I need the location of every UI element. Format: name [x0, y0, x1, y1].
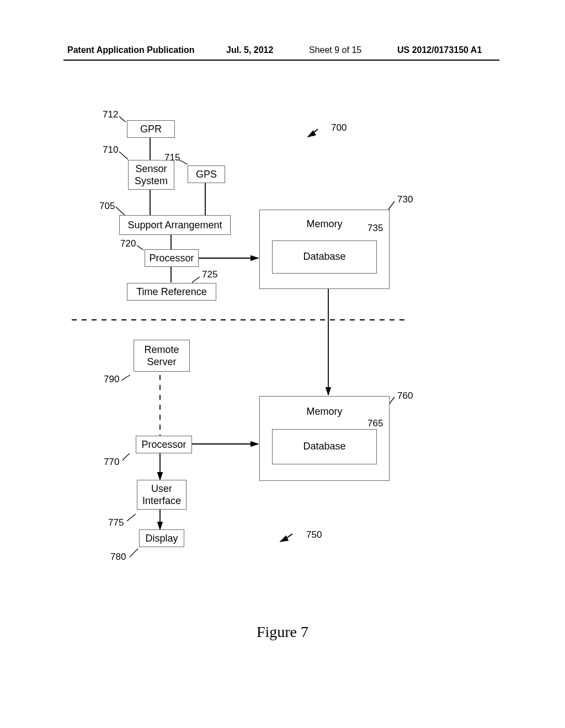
- label-790: 790: [104, 374, 119, 385]
- box-display: Display: [139, 529, 184, 547]
- label-712: 712: [103, 109, 118, 120]
- box-time-reference: Time Reference: [127, 283, 216, 301]
- box-gpr: GPR: [127, 120, 175, 138]
- label-750: 750: [306, 529, 322, 540]
- label-780: 780: [110, 552, 126, 563]
- label-770: 770: [104, 457, 119, 468]
- box-database-top: Database: [272, 240, 377, 274]
- box-sensor-system: Sensor System: [128, 160, 174, 190]
- box-database-bottom: Database: [272, 429, 377, 464]
- figure-caption: Figure 7: [0, 623, 565, 641]
- box-remote-server: Remote Server: [134, 340, 190, 372]
- label-775: 775: [108, 517, 124, 528]
- label-705: 705: [99, 201, 115, 212]
- diagram-canvas: GPR Sensor System GPS Support Arrangemen…: [0, 0, 565, 728]
- box-processor-top: Processor: [145, 249, 199, 267]
- connectors-svg: [0, 0, 565, 728]
- label-765: 765: [367, 418, 383, 429]
- label-715: 715: [164, 152, 180, 163]
- label-710: 710: [103, 144, 118, 156]
- label-700: 700: [331, 122, 347, 133]
- memory-bottom-label: Memory: [260, 405, 389, 418]
- box-user-interface: User Interface: [137, 480, 186, 510]
- box-memory-top: Memory Database: [259, 210, 390, 289]
- box-memory-bottom: Memory Database: [259, 396, 390, 481]
- box-support-arrangement: Support Arrangement: [119, 215, 231, 235]
- label-735: 735: [367, 223, 383, 234]
- box-processor-bottom: Processor: [136, 436, 192, 453]
- label-720: 720: [120, 238, 136, 249]
- label-760: 760: [397, 390, 413, 402]
- label-725: 725: [202, 269, 217, 280]
- box-gps: GPS: [188, 165, 225, 183]
- label-730: 730: [397, 194, 413, 205]
